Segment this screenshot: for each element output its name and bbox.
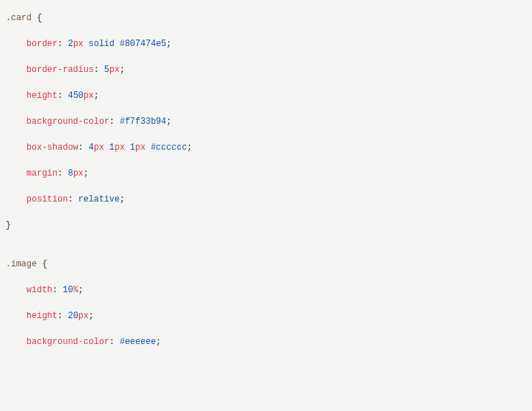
blank-line — [6, 297, 526, 310]
blank-line — [6, 24, 526, 37]
css-number: 20 — [68, 311, 78, 321]
css-colon: : — [109, 117, 119, 127]
css-colon: : — [78, 143, 88, 153]
code-line: background-color: #f7f33b94; — [6, 115, 526, 128]
code-line: } — [6, 219, 526, 232]
css-number: 8 — [68, 168, 73, 179]
css-property: border-radius — [27, 65, 94, 75]
blank-line — [6, 180, 526, 193]
css-code-block: .card { border: 2px solid #807474e5; bor… — [6, 12, 526, 348]
css-property: background-color — [27, 117, 109, 127]
css-hex: #cccccc — [151, 143, 187, 153]
css-keyword: solid — [88, 39, 114, 49]
css-semicolon: ; — [93, 91, 98, 101]
css-property: height — [27, 91, 58, 101]
code-line: background-color: #eeeeee; — [6, 335, 526, 348]
css-semicolon: ; — [156, 337, 161, 347]
css-number: 450 — [68, 91, 83, 101]
blank-line — [6, 245, 526, 258]
css-property: border — [27, 39, 58, 49]
css-selector: .card — [6, 13, 32, 23]
blank-line — [6, 50, 526, 63]
css-unit: px — [83, 91, 93, 101]
css-unit: px — [93, 143, 104, 153]
css-number: 10 — [63, 285, 73, 295]
css-colon: : — [109, 337, 119, 347]
css-property: box-shadow — [27, 143, 78, 153]
css-semicolon: ; — [119, 194, 124, 204]
css-keyword: relative — [78, 194, 120, 204]
css-brace: } — [6, 220, 11, 230]
code-line: width: 10%; — [6, 284, 526, 297]
code-line: height: 450px; — [6, 89, 526, 102]
css-colon: : — [93, 65, 104, 75]
css-number: 1 — [130, 143, 135, 153]
css-hex: #eeeeee — [119, 337, 155, 347]
blank-line — [6, 76, 526, 89]
css-semicolon: ; — [78, 285, 83, 295]
css-unit: px — [114, 143, 124, 153]
css-hex: #f7f33b94 — [119, 117, 166, 127]
code-line: position: relative; — [6, 193, 526, 206]
css-property: margin — [27, 168, 58, 179]
css-unit: px — [109, 65, 119, 75]
css-property: background-color — [27, 337, 109, 347]
css-colon: : — [58, 91, 68, 101]
code-line: margin: 8px; — [6, 167, 526, 180]
blank-line — [6, 102, 526, 115]
code-line: height: 20px; — [6, 310, 526, 322]
css-semicolon: ; — [166, 117, 171, 127]
code-line: border: 2px solid #807474e5; — [6, 37, 526, 50]
css-semicolon: ; — [119, 65, 124, 75]
css-brace: { — [32, 13, 42, 23]
css-hex: #807474e5 — [119, 39, 166, 49]
css-colon: : — [58, 168, 68, 179]
blank-line — [6, 206, 526, 219]
css-unit: px — [73, 39, 83, 49]
css-property: height — [27, 311, 58, 321]
css-unit: % — [73, 285, 78, 295]
css-colon: : — [58, 39, 68, 49]
blank-line — [6, 232, 526, 245]
css-semicolon: ; — [187, 143, 192, 153]
css-colon: : — [68, 194, 78, 204]
code-line: .card { — [6, 12, 526, 24]
blank-line — [6, 322, 526, 335]
css-number: 5 — [104, 65, 109, 75]
css-property: width — [27, 285, 52, 295]
blank-line — [6, 271, 526, 284]
code-line: border-radius: 5px; — [6, 63, 526, 76]
blank-line — [6, 128, 526, 141]
code-line: .image { — [6, 258, 526, 271]
css-semicolon: ; — [88, 311, 93, 321]
css-unit: px — [73, 168, 83, 179]
css-semicolon: ; — [83, 168, 88, 179]
css-brace: { — [37, 259, 47, 269]
css-colon: : — [52, 285, 63, 295]
css-selector: .image — [6, 259, 37, 269]
css-semicolon: ; — [166, 39, 171, 49]
code-line: box-shadow: 4px 1px 1px #cccccc; — [6, 141, 526, 154]
css-colon: : — [58, 311, 68, 321]
css-number: 2 — [68, 39, 73, 49]
blank-line — [6, 154, 526, 167]
css-unit: px — [78, 311, 88, 321]
css-property: position — [27, 194, 68, 204]
css-unit: px — [135, 143, 145, 153]
